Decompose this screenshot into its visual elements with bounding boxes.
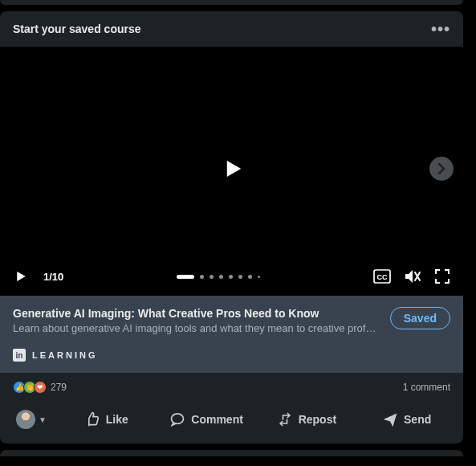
play-icon[interactable] xyxy=(13,269,27,284)
repost-label: Repost xyxy=(299,413,336,426)
course-info-panel: Generative AI Imaging: What Creative Pro… xyxy=(0,296,463,373)
mute-icon[interactable] xyxy=(404,268,421,284)
linkedin-icon: in xyxy=(13,349,26,362)
comment-label: Comment xyxy=(191,413,243,426)
slide-indicator[interactable] xyxy=(75,275,362,279)
play-button[interactable] xyxy=(220,157,244,181)
reaction-identity-button[interactable]: ▼ xyxy=(8,403,55,435)
chevron-down-icon: ▼ xyxy=(39,415,47,424)
svg-point-2 xyxy=(172,414,184,424)
like-label: Like xyxy=(106,413,128,426)
slide-dot xyxy=(238,275,242,279)
send-button[interactable]: Send xyxy=(358,402,455,437)
reactions[interactable]: 👍 👏 ❤ 279 xyxy=(13,381,67,394)
card-title: Start your saved course xyxy=(13,22,141,35)
repost-button[interactable]: Repost xyxy=(258,402,355,437)
slide-dot xyxy=(219,275,223,279)
next-slide-button[interactable] xyxy=(429,157,454,181)
more-menu-button[interactable]: ••• xyxy=(431,21,450,37)
svg-text:CC: CC xyxy=(377,273,388,281)
card-header: Start your saved course ••• xyxy=(0,11,463,47)
social-stats: 👍 👏 ❤ 279 1 comment xyxy=(0,373,463,399)
saved-button[interactable]: Saved xyxy=(390,307,450,329)
captions-icon[interactable]: CC xyxy=(373,269,391,284)
next-card-edge xyxy=(0,450,463,456)
prev-card-edge xyxy=(0,0,463,5)
slide-dot xyxy=(258,276,260,278)
slide-dot xyxy=(248,275,252,279)
fullscreen-icon[interactable] xyxy=(434,268,450,284)
slide-dot xyxy=(210,275,214,279)
love-reaction-icon: ❤ xyxy=(34,381,47,394)
course-info-text[interactable]: Generative AI Imaging: What Creative Pro… xyxy=(13,307,380,334)
course-title: Generative AI Imaging: What Creative Pro… xyxy=(13,307,380,320)
slide-dot xyxy=(177,275,194,279)
like-button[interactable]: Like xyxy=(58,402,155,437)
video-player[interactable]: 1/10 CC xyxy=(0,47,463,296)
comment-button[interactable]: Comment xyxy=(158,402,255,437)
reaction-icons: 👍 👏 ❤ xyxy=(13,381,44,394)
course-description: Learn about generative AI imaging tools … xyxy=(13,322,380,334)
saved-course-card: Start your saved course ••• 1/10 xyxy=(0,11,463,444)
reaction-count: 279 xyxy=(51,382,67,393)
slide-dot xyxy=(200,275,204,279)
learning-tag[interactable]: in LEARNING xyxy=(13,349,450,362)
action-bar: ▼ Like Comment Repost Send xyxy=(0,399,463,444)
avatar xyxy=(16,410,35,429)
slide-dot xyxy=(229,275,233,279)
learning-label: LEARNING xyxy=(32,350,97,360)
video-controls: 1/10 CC xyxy=(0,260,463,296)
slide-counter: 1/10 xyxy=(43,271,63,283)
comment-count[interactable]: 1 comment xyxy=(403,382,450,393)
send-label: Send xyxy=(404,413,431,426)
